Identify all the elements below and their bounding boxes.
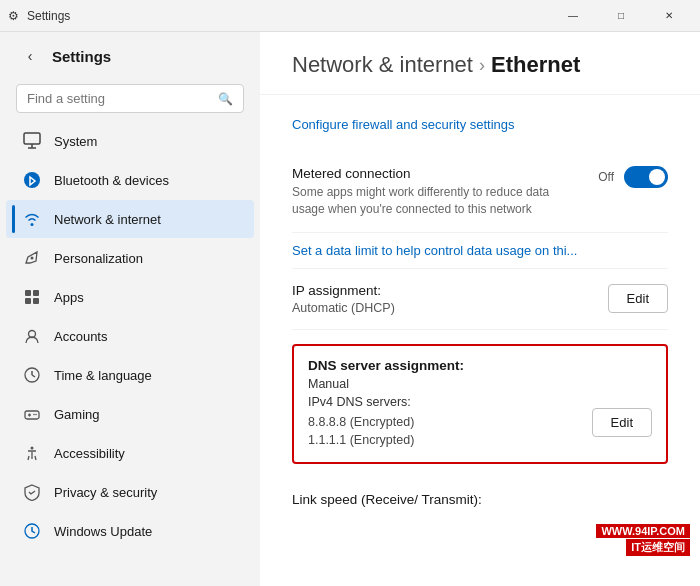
dns-servers-info: IPv4 DNS servers: 8.8.8.8 (Encrypted) 1.…	[308, 395, 414, 451]
search-icon: 🔍	[218, 92, 233, 106]
sidebar-item-network[interactable]: Network & internet	[6, 200, 254, 238]
gaming-icon	[22, 404, 42, 424]
sidebar-item-label-privacy: Privacy & security	[54, 485, 157, 500]
privacy-icon	[22, 482, 42, 502]
search-input[interactable]	[27, 91, 210, 106]
titlebar-left: ⚙ Settings	[8, 9, 70, 23]
breadcrumb-separator: ›	[479, 55, 485, 76]
windows-update-icon	[22, 521, 42, 541]
sidebar-nav: System Bluetooth & devices	[0, 121, 260, 551]
system-icon	[22, 131, 42, 151]
metered-connection-label: Metered connection	[292, 166, 582, 181]
minimize-button[interactable]: —	[550, 0, 596, 32]
breadcrumb: Network & internet › Ethernet	[292, 52, 668, 78]
metered-toggle[interactable]	[624, 166, 668, 188]
sidebar-header: ‹ Settings	[0, 32, 260, 80]
breadcrumb-current: Ethernet	[491, 52, 580, 78]
apps-icon	[22, 287, 42, 307]
sidebar-item-label-network: Network & internet	[54, 212, 161, 227]
time-icon	[22, 365, 42, 385]
accounts-icon	[22, 326, 42, 346]
svg-point-4	[31, 257, 34, 260]
sidebar-item-windows-update[interactable]: Windows Update	[6, 512, 254, 550]
search-box[interactable]: 🔍	[16, 84, 244, 113]
watermark-line2: IT运维空间	[626, 539, 690, 556]
speed-label: Link speed (Receive/ Transmit):	[292, 492, 482, 507]
back-button[interactable]: ‹	[16, 42, 44, 70]
sidebar-item-label-accounts: Accounts	[54, 329, 107, 344]
personalization-icon	[22, 248, 42, 268]
sidebar-item-accessibility[interactable]: Accessibility	[6, 434, 254, 472]
metered-connection-control: Off	[598, 166, 668, 188]
sidebar-item-privacy[interactable]: Privacy & security	[6, 473, 254, 511]
svg-point-3	[24, 172, 40, 188]
dns-server-1: 8.8.8.8 (Encrypted)	[308, 413, 414, 432]
svg-point-18	[31, 447, 34, 450]
breadcrumb-parent: Network & internet	[292, 52, 473, 78]
metered-connection-desc: Some apps might work differently to redu…	[292, 184, 552, 218]
sidebar-item-system[interactable]: System	[6, 122, 254, 160]
svg-rect-5	[25, 290, 31, 296]
maximize-button[interactable]: □	[598, 0, 644, 32]
sidebar-item-time[interactable]: Time & language	[6, 356, 254, 394]
sidebar-item-apps[interactable]: Apps	[6, 278, 254, 316]
titlebar-title: Settings	[27, 9, 70, 23]
svg-point-17	[35, 414, 37, 416]
link-speed-row: Link speed (Receive/ Transmit):	[292, 478, 668, 521]
metered-connection-row: Metered connection Some apps might work …	[292, 152, 668, 233]
settings-icon: ⚙	[8, 9, 19, 23]
svg-line-12	[32, 375, 35, 377]
data-limit-link[interactable]: Set a data limit to help control data us…	[292, 233, 668, 269]
svg-rect-13	[25, 411, 39, 419]
svg-rect-8	[33, 298, 39, 304]
close-button[interactable]: ✕	[646, 0, 692, 32]
dns-server-2: 1.1.1.1 (Encrypted)	[308, 431, 414, 450]
firewall-link[interactable]: Configure firewall and security settings	[292, 117, 515, 132]
content-body: Configure firewall and security settings…	[260, 95, 700, 541]
sidebar-item-label-personalization: Personalization	[54, 251, 143, 266]
accessibility-icon	[22, 443, 42, 463]
sidebar-item-label-windows-update: Windows Update	[54, 524, 152, 539]
dns-type: Manual	[308, 377, 652, 391]
dns-title: DNS server assignment:	[308, 358, 652, 373]
app-container: ‹ Settings 🔍 System	[0, 32, 700, 586]
titlebar-controls: — □ ✕	[550, 0, 692, 32]
network-icon	[22, 209, 42, 229]
dns-edit-button[interactable]: Edit	[592, 408, 652, 437]
titlebar: ⚙ Settings — □ ✕	[0, 0, 700, 32]
ip-assignment-info: IP assignment: Automatic (DHCP)	[292, 283, 395, 315]
sidebar-item-bluetooth[interactable]: Bluetooth & devices	[6, 161, 254, 199]
sidebar-item-label-bluetooth: Bluetooth & devices	[54, 173, 169, 188]
sidebar: ‹ Settings 🔍 System	[0, 32, 260, 586]
ip-assignment-row: IP assignment: Automatic (DHCP) Edit	[292, 269, 668, 330]
dns-servers: 8.8.8.8 (Encrypted) 1.1.1.1 (Encrypted)	[308, 413, 414, 451]
svg-point-16	[33, 414, 35, 416]
ip-assignment-value: Automatic (DHCP)	[292, 301, 395, 315]
svg-rect-6	[33, 290, 39, 296]
svg-rect-0	[24, 133, 40, 144]
ip-assignment-label: IP assignment:	[292, 283, 395, 298]
dns-box: DNS server assignment: Manual IPv4 DNS s…	[292, 344, 668, 465]
sidebar-item-label-accessibility: Accessibility	[54, 446, 125, 461]
sidebar-title: Settings	[52, 48, 111, 65]
sidebar-item-label-time: Time & language	[54, 368, 152, 383]
dns-servers-label: IPv4 DNS servers:	[308, 395, 414, 409]
sidebar-item-gaming[interactable]: Gaming	[6, 395, 254, 433]
dns-row: IPv4 DNS servers: 8.8.8.8 (Encrypted) 1.…	[308, 395, 652, 451]
ip-edit-button[interactable]: Edit	[608, 284, 668, 313]
metered-toggle-label: Off	[598, 170, 614, 184]
sidebar-item-label-gaming: Gaming	[54, 407, 100, 422]
main-content: Network & internet › Ethernet Configure …	[260, 32, 700, 586]
sidebar-item-accounts[interactable]: Accounts	[6, 317, 254, 355]
content-header: Network & internet › Ethernet	[260, 32, 700, 95]
bluetooth-icon	[22, 170, 42, 190]
metered-connection-info: Metered connection Some apps might work …	[292, 166, 582, 218]
sidebar-item-personalization[interactable]: Personalization	[6, 239, 254, 277]
svg-rect-7	[25, 298, 31, 304]
sidebar-item-label-apps: Apps	[54, 290, 84, 305]
sidebar-item-label-system: System	[54, 134, 97, 149]
